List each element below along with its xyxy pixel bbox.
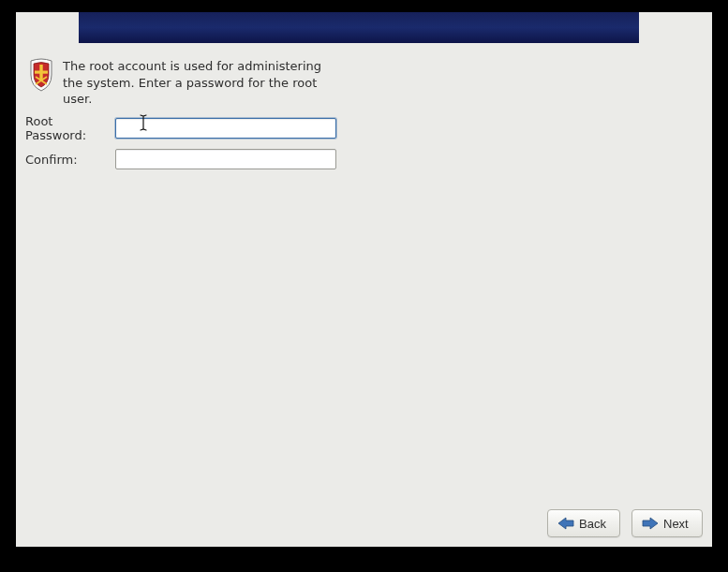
- svg-rect-1: [35, 71, 48, 74]
- root-password-form: Root Password: Confirm:: [25, 117, 336, 179]
- root-password-input[interactable]: [115, 118, 336, 139]
- next-button[interactable]: Next: [631, 509, 703, 537]
- intro-text: The root account is used for administeri…: [63, 58, 334, 108]
- header-banner: [79, 12, 639, 43]
- installer-page: The root account is used for administeri…: [16, 12, 712, 547]
- next-button-label: Next: [663, 517, 689, 531]
- back-button-label: Back: [579, 517, 606, 531]
- intro-section: The root account is used for administeri…: [27, 58, 334, 108]
- shield-icon: [27, 58, 55, 92]
- arrow-right-icon: [642, 517, 659, 530]
- confirm-row: Confirm:: [25, 148, 336, 170]
- confirm-label: Confirm:: [25, 153, 115, 167]
- arrow-left-icon: [557, 517, 574, 530]
- confirm-input[interactable]: [115, 149, 336, 169]
- navigation-buttons: Back Next: [547, 509, 703, 537]
- root-password-row: Root Password:: [25, 117, 336, 139]
- root-password-label: Root Password:: [25, 114, 115, 142]
- back-button[interactable]: Back: [547, 509, 620, 537]
